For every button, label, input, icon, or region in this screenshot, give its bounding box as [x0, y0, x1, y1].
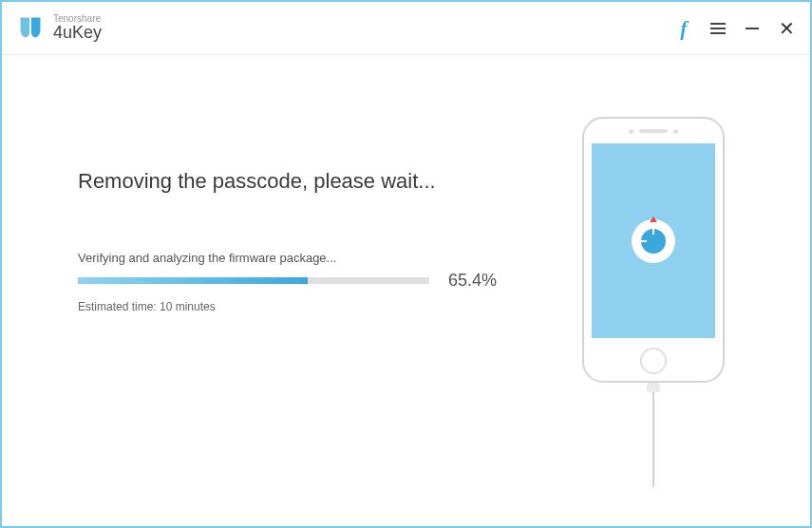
content-area: Removing the passcode, please wait... Ve…	[2, 55, 810, 526]
page-heading: Removing the passcode, please wait...	[78, 169, 515, 194]
compass-icon	[632, 219, 675, 263]
phone-screen	[592, 143, 715, 338]
close-button[interactable]: ✕	[778, 20, 795, 37]
device-illustration	[582, 117, 725, 487]
phone-sensor-icon	[673, 129, 678, 134]
logo-block: Tenorshare 4uKey	[17, 13, 102, 43]
progress-percent: 65.4%	[448, 271, 497, 291]
phone-speaker-icon	[639, 129, 668, 133]
progress-bar	[78, 277, 429, 284]
progress-fill	[78, 277, 308, 284]
phone-home-button-icon	[640, 348, 667, 374]
menu-icon[interactable]	[709, 20, 727, 37]
progress-panel: Removing the passcode, please wait... Ve…	[78, 169, 515, 313]
phone-cable-icon	[652, 383, 654, 487]
app-logo-icon	[17, 14, 44, 41]
minimize-button[interactable]	[744, 20, 761, 37]
facebook-icon[interactable]: f	[675, 20, 692, 37]
status-text: Verifying and analyzing the firmware pac…	[78, 251, 515, 265]
phone-top	[629, 119, 678, 143]
compass-needle-icon	[650, 217, 657, 222]
titlebar: Tenorshare 4uKey f ✕	[2, 2, 810, 55]
logo-text: Tenorshare 4uKey	[53, 13, 102, 43]
progress-row: 65.4%	[78, 271, 515, 291]
app-name: 4uKey	[53, 24, 102, 43]
phone-camera-icon	[629, 129, 633, 134]
phone-body	[582, 117, 725, 383]
eta-text: Estimated time: 10 minutes	[78, 300, 515, 313]
titlebar-controls: f ✕	[675, 20, 795, 37]
